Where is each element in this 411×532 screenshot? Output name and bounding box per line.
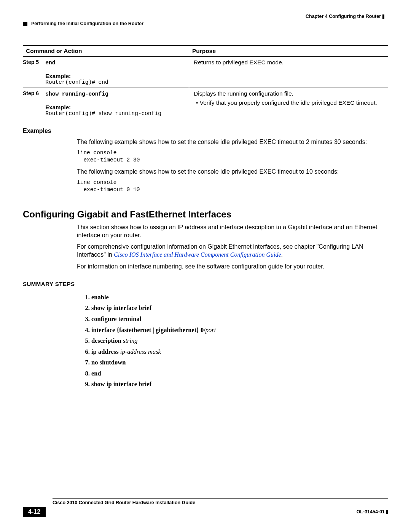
body-paragraph: For comprehensive configuration informat… xyxy=(77,243,388,259)
purpose-text: Displays the running configuration file. xyxy=(194,90,385,97)
example-code: Router(config)# show running-config xyxy=(45,110,178,117)
code-block: line console exec-timeout 0 10 xyxy=(77,179,388,194)
summary-steps-heading: SUMMARY STEPS xyxy=(23,281,388,287)
command-name: show running-config xyxy=(45,91,108,97)
code-block: line console exec-timeout 2 30 xyxy=(77,149,388,164)
table-row: Step 5 end Example: Router(config)# end … xyxy=(23,57,388,88)
list-item: interface {fastethernet | gigabitetherne… xyxy=(91,325,388,335)
page: Chapter 4 Configuring the Router Perform… xyxy=(0,0,411,532)
table-header-purpose: Purpose xyxy=(189,45,389,57)
doc-link[interactable]: Cisco IOS Interface and Hardware Compone… xyxy=(114,251,281,258)
list-item: description string xyxy=(91,336,388,346)
purpose-bullet: Verify that you properly configured the … xyxy=(194,99,385,106)
example-code: Router(config)# end xyxy=(45,79,178,85)
step-number: Step 6 xyxy=(23,90,44,96)
header-section: Performing the Initial Configuration on … xyxy=(23,21,143,26)
list-item: enable xyxy=(91,292,388,302)
example-label: Example: xyxy=(45,73,178,79)
summary-list: enable show ip interface brief configure… xyxy=(91,292,388,389)
body-paragraph: The following example shows how to set t… xyxy=(77,168,388,176)
body-paragraph: For information on interface numbering, … xyxy=(77,263,388,271)
page-number: 4-12 xyxy=(23,507,46,517)
list-item: configure terminal xyxy=(91,314,388,324)
header-chapter: Chapter 4 Configuring the Router xyxy=(306,14,384,19)
footer-marker-icon xyxy=(386,510,388,514)
list-item: show ip interface brief xyxy=(91,303,388,313)
content-area: Command or Action Purpose Step 5 end Exa… xyxy=(23,45,388,390)
header-square-icon xyxy=(23,22,27,26)
command-table: Command or Action Purpose Step 5 end Exa… xyxy=(23,45,388,119)
header-marker-icon xyxy=(382,14,384,19)
command-name: end xyxy=(45,60,55,66)
step-number: Step 5 xyxy=(23,59,44,65)
list-item: no shutdown xyxy=(91,358,388,367)
purpose-text: Returns to privileged EXEC mode. xyxy=(194,59,385,66)
list-item: ip address ip-address mask xyxy=(91,347,388,357)
examples-heading: Examples xyxy=(23,128,388,134)
footer: Cisco 2010 Connected Grid Router Hardwar… xyxy=(23,498,388,517)
doc-id: OL-31454-01 xyxy=(357,509,388,514)
list-item: end xyxy=(91,369,388,379)
section-title: Configuring Gigabit and FastEthernet Int… xyxy=(23,209,388,220)
example-label: Example: xyxy=(45,104,178,110)
footer-book-title: Cisco 2010 Connected Grid Router Hardwar… xyxy=(53,498,388,505)
body-paragraph: This section shows how to assign an IP a… xyxy=(77,224,388,240)
table-row: Step 6 show running-config Example: Rout… xyxy=(23,88,388,119)
body-paragraph: The following example shows how to set t… xyxy=(77,138,388,146)
list-item: show ip interface brief xyxy=(91,379,388,389)
table-header-command: Command or Action xyxy=(23,45,189,57)
